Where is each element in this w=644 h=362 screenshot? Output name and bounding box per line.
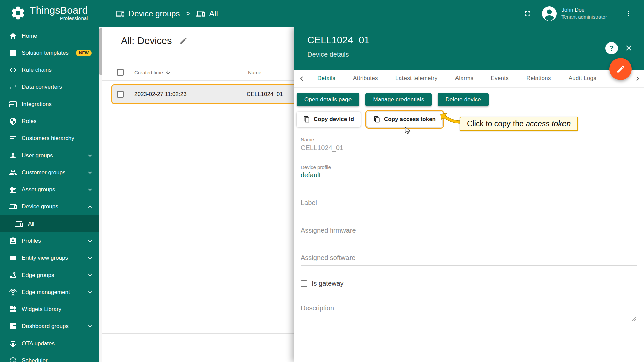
assigned-software-underline [301, 265, 637, 266]
sidebar-item-label: User groups [22, 152, 53, 159]
integrations-icon [9, 100, 17, 108]
tabs-scroll-right-icon[interactable] [633, 74, 642, 83]
sidebar-item-label: Asset groups [22, 186, 55, 193]
sidebar-item-widgets-library[interactable]: Widgets Library [0, 301, 99, 318]
help-button[interactable]: ? [605, 42, 618, 54]
sidebar-item-customers-hierarchy[interactable]: Customers hierarchy [0, 130, 99, 147]
sidebar-item-data-converters[interactable]: Data converters [0, 78, 99, 96]
tab-alarms[interactable]: Alarms [446, 70, 482, 88]
rule-chains-icon [9, 66, 17, 74]
copy-access-token-button[interactable]: Copy access token [367, 112, 442, 127]
tab-relations[interactable]: Relations [518, 70, 560, 88]
more-menu-icon[interactable] [625, 10, 633, 18]
close-icon[interactable] [624, 44, 633, 52]
tabs-scroll-left-icon[interactable] [297, 74, 306, 83]
sidebar-item-rule-chains[interactable]: Rule chains [0, 61, 99, 78]
tab-attributes[interactable]: Attributes [344, 70, 387, 88]
sidebar-item-device-groups[interactable]: Device groups [0, 198, 99, 215]
column-created-time[interactable]: Created time [134, 70, 171, 75]
tab-audit-logs[interactable]: Audit Logs [560, 70, 605, 88]
sidebar-item-asset-groups[interactable]: Asset groups [0, 181, 99, 198]
sidebar-item-label: Customers hierarchy [22, 135, 74, 142]
sidebar-item-label: Widgets Library [22, 306, 61, 313]
fullscreen-icon[interactable] [523, 9, 532, 18]
tab-events[interactable]: Events [482, 70, 518, 88]
assigned-software-field[interactable]: Assigned software [301, 254, 355, 262]
chevron-down-icon [86, 323, 94, 330]
sidebar-item-home[interactable]: Home [0, 27, 99, 44]
sidebar-item-label: Dashboard groups [22, 323, 69, 330]
column-name[interactable]: Name [248, 70, 261, 75]
widgets-icon [9, 305, 17, 313]
devices-icon [15, 220, 23, 228]
name-field-label: Name [301, 137, 314, 142]
description-underline [301, 324, 637, 324]
sidebar-item-profiles[interactable]: Profiles [0, 232, 99, 249]
sidebar-item-user-groups[interactable]: User groups [0, 147, 99, 164]
manage-credentials-button[interactable]: Manage credentials [365, 93, 432, 106]
is-gateway-toggle[interactable]: Is gateway [301, 280, 344, 287]
panel-tabs: DetailsAttributesLatest telemetryAlarmsE… [294, 70, 644, 88]
antenna-icon [9, 288, 17, 296]
edit-group-name-icon[interactable] [179, 37, 188, 45]
apps-icon [9, 49, 17, 57]
sidebar-item-label: Entity view groups [22, 255, 68, 261]
label-field[interactable]: Label [301, 199, 317, 207]
app-logo[interactable]: ThingsBoard Professional [10, 5, 88, 21]
assigned-firmware-field[interactable]: Assigned firmware [301, 227, 356, 234]
select-all-checkbox[interactable] [117, 69, 124, 76]
panel-title: CELL1024_01 [307, 35, 369, 46]
open-details-page-button[interactable]: Open details page [297, 93, 359, 106]
clock-icon [9, 357, 17, 362]
breadcrumb-device-groups[interactable]: Device groups [116, 9, 180, 18]
chevron-down-icon [86, 254, 94, 262]
copy-icon [374, 116, 380, 123]
label-field-underline [301, 211, 637, 211]
device-profile-value[interactable]: default [301, 171, 321, 179]
tab-details[interactable]: Details [309, 70, 344, 88]
breadcrumb: Device groups > All [116, 0, 218, 27]
edge-icon [9, 271, 17, 279]
name-field-value[interactable]: CELL1024_01 [301, 144, 343, 152]
sidebar-item-edge-management[interactable]: Edge management [0, 284, 99, 301]
cell-created-time: 2023-02-27 11:02:23 [134, 91, 187, 98]
copy-button-label: Copy access token [384, 116, 436, 123]
sidebar-item-entity-view-groups[interactable]: Entity view groups [0, 249, 99, 266]
sort-desc-icon[interactable] [165, 70, 171, 75]
sidebar-item-label: Integrations [22, 101, 52, 108]
home-icon [9, 32, 17, 40]
sidebar-item-label: Roles [22, 118, 36, 125]
sidebar-item-roles[interactable]: Roles [0, 113, 99, 130]
resize-handle-icon[interactable] [631, 317, 636, 322]
app-name: ThingsBoard [30, 5, 88, 16]
copy-button-label: Copy device Id [314, 116, 354, 123]
annotation-callout: Click to copy the access token [460, 117, 578, 131]
delete-device-button[interactable]: Delete device [438, 93, 489, 106]
description-field[interactable]: Description [301, 304, 334, 312]
avatar[interactable] [541, 6, 557, 22]
row-checkbox[interactable] [117, 91, 124, 98]
sidebar-item-dashboard-groups[interactable]: Dashboard groups [0, 318, 99, 335]
sidebar-item-edge-groups[interactable]: Edge groups [0, 266, 99, 284]
chevron-down-icon [86, 237, 94, 245]
breadcrumb-all[interactable]: All [196, 9, 218, 18]
sidebar-item-solution-templates[interactable]: Solution templatesNEW [0, 44, 99, 61]
edit-fab[interactable] [609, 58, 632, 80]
copy-device-id-button[interactable]: Copy device Id [297, 112, 361, 127]
panel-header: CELL1024_01 Device details ? [294, 27, 644, 70]
sidebar-item-ota-updates[interactable]: OTA updates [0, 335, 99, 352]
sidebar-item-all[interactable]: All [0, 215, 99, 232]
sidebar-item-scheduler[interactable]: Scheduler [0, 352, 99, 362]
scrollbar-thumb[interactable] [99, 28, 102, 75]
sidebar-item-integrations[interactable]: Integrations [0, 96, 99, 113]
sidebar-item-label: Device groups [22, 203, 58, 210]
is-gateway-checkbox[interactable] [301, 280, 307, 287]
user-role: Tenant administrator [561, 14, 618, 20]
chevron-up-icon [86, 203, 94, 210]
tab-latest-telemetry[interactable]: Latest telemetry [387, 70, 446, 88]
entity-views-icon [9, 254, 17, 262]
chevron-down-icon [86, 289, 94, 296]
sidebar-item-customer-groups[interactable]: Customer groups [0, 164, 99, 181]
chevron-down-icon [86, 169, 94, 176]
sidebar-scrollbar[interactable] [99, 27, 102, 362]
